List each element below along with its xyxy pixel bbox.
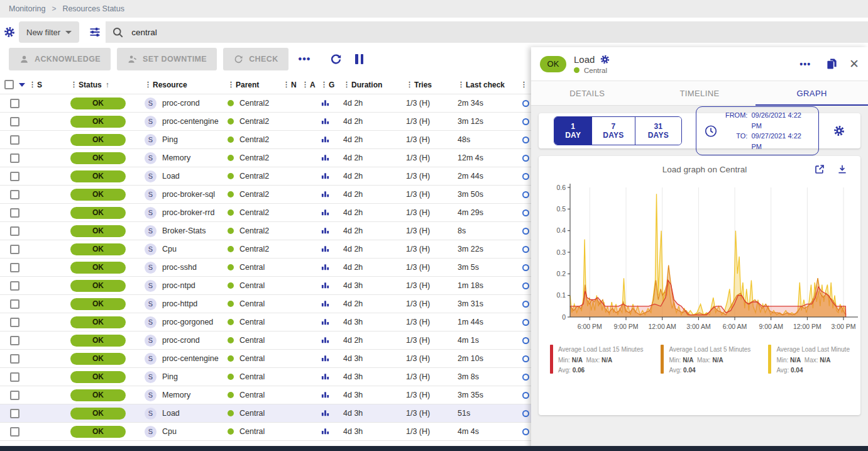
resource-name[interactable]: proc-broker-rrd [162, 208, 214, 217]
time-range-button[interactable]: 31 DAYS [635, 117, 682, 145]
resource-name[interactable]: proc-sshd [162, 263, 197, 272]
column-header-g[interactable]: ⋮G [321, 81, 343, 89]
open-in-new-icon[interactable] [814, 164, 825, 175]
tab-details[interactable]: DETAILS [531, 81, 644, 105]
resource-name[interactable]: proc-httpd [162, 299, 197, 308]
panel-more-icon[interactable]: ••• [799, 59, 811, 69]
resource-name[interactable]: Memory [162, 391, 190, 399]
row-checkbox[interactable] [10, 99, 19, 108]
graph-icon[interactable] [321, 134, 330, 145]
row-checkbox[interactable] [10, 391, 19, 400]
resource-name[interactable]: proc-broker-sql [162, 190, 215, 199]
row-checkbox[interactable] [10, 299, 19, 309]
column-header-tries[interactable]: ⋮Tries [406, 81, 458, 89]
from-to-picker[interactable]: FROM:09/26/2021 4:22 PM TO:09/27/2021 4:… [696, 106, 819, 155]
graph-icon[interactable] [321, 189, 330, 200]
column-header-a[interactable]: ⋮A [302, 81, 321, 89]
download-icon[interactable] [837, 164, 848, 175]
panel-settings-gear-icon[interactable] [600, 54, 610, 65]
select-all-checkbox[interactable] [4, 80, 14, 89]
close-panel-icon[interactable]: ✕ [849, 58, 859, 70]
graph-icon[interactable] [321, 371, 330, 382]
row-checkbox[interactable] [10, 190, 19, 199]
advanced-filter-tune-icon[interactable] [84, 26, 106, 38]
row-checkbox[interactable] [10, 336, 19, 345]
graph-icon[interactable] [321, 426, 330, 437]
table-row[interactable]: OK S Memory Central2 4d 2h 1/3 (H) 12m 4… [0, 149, 566, 167]
graph-icon[interactable] [321, 353, 330, 364]
column-header-parent[interactable]: ⋮Parent [228, 81, 283, 89]
chart-area[interactable]: 00.10.20.30.40.50.66:00 PM9:00 PM12:00 A… [545, 177, 854, 342]
column-header-n[interactable]: ⋮N [283, 81, 302, 89]
graph-icon[interactable] [321, 152, 330, 164]
new-filter-dropdown[interactable]: New filter [19, 21, 79, 43]
row-checkbox[interactable] [10, 135, 19, 145]
row-checkbox[interactable] [10, 372, 19, 382]
resource-name[interactable]: Broker-Stats [162, 226, 206, 235]
row-checkbox[interactable] [10, 153, 19, 163]
table-row[interactable]: OK S proc-broker-rrd Central2 4d 2h 1/3 … [0, 204, 566, 222]
time-range-button[interactable]: 1 DAY [554, 117, 591, 145]
resource-name[interactable]: Load [162, 409, 180, 418]
graph-icon[interactable] [321, 207, 330, 218]
graph-icon[interactable] [321, 225, 330, 237]
resource-name[interactable]: Ping [162, 372, 178, 381]
pause-icon[interactable] [355, 54, 363, 64]
graph-icon[interactable] [321, 408, 330, 419]
filter-settings-gear-icon[interactable] [0, 26, 19, 38]
column-header-status[interactable]: ⋮Status↑ [70, 81, 145, 89]
graph-icon[interactable] [321, 170, 330, 182]
more-actions-icon[interactable]: ••• [299, 53, 311, 65]
table-row[interactable]: OK S proc-centengine Central2 4d 2h 1/3 … [0, 113, 566, 131]
graph-icon[interactable] [321, 298, 330, 309]
resource-name[interactable]: proc-crond [162, 336, 200, 345]
graph-icon[interactable] [321, 116, 330, 127]
table-row[interactable]: OK S Cpu Central2 4d 2h 1/3 (H) 3m 22s [0, 240, 566, 259]
table-row[interactable]: OK S Cpu Central 4d 3h 1/3 (H) 4m 4s [0, 423, 566, 441]
graph-icon[interactable] [321, 243, 330, 255]
resource-name[interactable]: Load [162, 172, 180, 181]
table-row[interactable]: OK S proc-crond Central2 4d 2h 1/3 (H) 2… [0, 94, 566, 113]
row-checkbox[interactable] [10, 409, 19, 418]
set-downtime-button[interactable]: SET DOWNTIME [117, 48, 217, 70]
resource-name[interactable]: proc-gorgoned [162, 318, 213, 326]
graph-settings-gear-icon[interactable] [833, 125, 845, 137]
graph-icon[interactable] [321, 97, 330, 109]
table-row[interactable]: OK S proc-httpd Central 4d 2h 1/3 (H) 3m… [0, 295, 566, 313]
column-header-severity[interactable]: ⋮S [29, 81, 70, 89]
column-header-duration[interactable]: ⋮Duration [343, 81, 406, 89]
legend-item[interactable]: Average Load Last 5 Minutes Min: N/A Max… [661, 345, 750, 376]
resource-name[interactable]: Memory [162, 153, 190, 162]
row-checkbox[interactable] [10, 318, 19, 327]
breadcrumb-monitoring[interactable]: Monitoring [9, 4, 45, 13]
row-checkbox[interactable] [10, 208, 19, 218]
resource-name[interactable]: proc-ntpd [162, 281, 195, 290]
time-range-button[interactable]: 7 DAYS [591, 117, 634, 145]
table-row[interactable]: OK S Ping Central 4d 3h 1/3 (H) 3m 8s [0, 368, 566, 386]
resource-name[interactable]: Cpu [162, 245, 177, 253]
table-row[interactable]: OK S proc-broker-sql Central2 4d 2h 1/3 … [0, 186, 566, 204]
table-row[interactable]: OK S proc-gorgoned Central 4d 3h 1/3 (H)… [0, 313, 566, 331]
resource-name[interactable]: Cpu [162, 427, 177, 436]
tab-graph[interactable]: GRAPH [755, 81, 868, 105]
acknowledge-button[interactable]: ACKNOWLEDGE [9, 48, 111, 70]
graph-icon[interactable] [321, 280, 330, 291]
check-button[interactable]: CHECK [223, 48, 288, 70]
breadcrumb-resources-status[interactable]: Resources Status [62, 4, 124, 13]
graph-icon[interactable] [321, 262, 330, 273]
row-checkbox[interactable] [10, 226, 19, 236]
table-row[interactable]: OK S proc-ntpd Central 4d 3h 1/3 (H) 1m … [0, 277, 566, 295]
resource-name[interactable]: proc-centengine [162, 117, 219, 126]
row-checkbox[interactable] [10, 117, 19, 126]
table-row[interactable]: OK S proc-crond Central 4d 2h 1/3 (H) 4m… [0, 331, 566, 350]
copy-link-icon[interactable] [826, 58, 838, 70]
row-checkbox[interactable] [10, 281, 19, 291]
column-header-last-check[interactable]: ⋮Last check [458, 81, 520, 89]
resource-name[interactable]: proc-crond [162, 99, 200, 108]
row-checkbox[interactable] [10, 172, 19, 181]
tab-timeline[interactable]: TIMELINE [644, 81, 756, 105]
row-checkbox[interactable] [10, 427, 19, 437]
table-row[interactable]: OK S Broker-Stats Central2 4d 2h 1/3 (H)… [0, 222, 566, 240]
table-row[interactable]: OK S proc-centengine Central 4d 3h 1/3 (… [0, 350, 566, 368]
graph-icon[interactable] [321, 335, 330, 346]
